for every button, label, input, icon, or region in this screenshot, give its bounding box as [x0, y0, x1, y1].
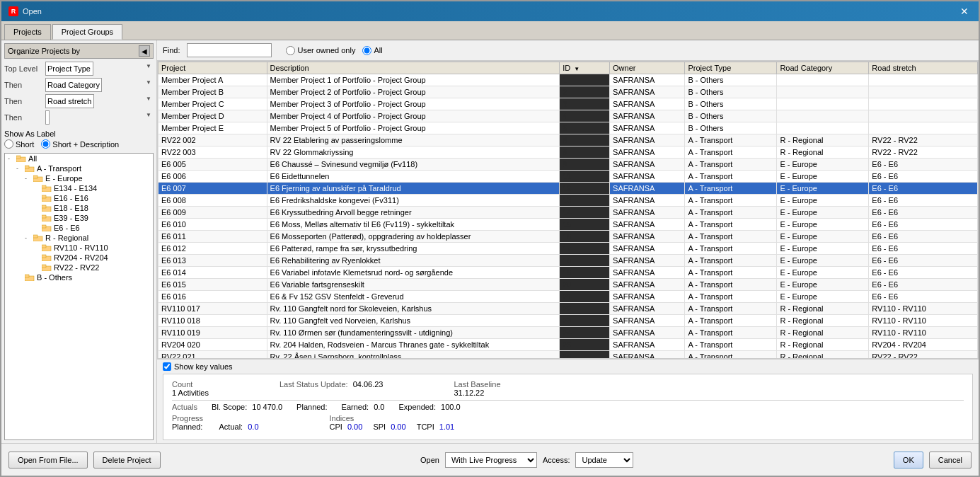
level-then3-select[interactable] — [45, 110, 50, 125]
folder-icon-transport — [25, 165, 35, 172]
tree-item-regional[interactable]: - R - Regional — [5, 233, 153, 243]
table-row[interactable]: Member Project DMember Project 4 of Port… — [158, 110, 978, 122]
ok-button[interactable]: OK — [894, 452, 923, 469]
col-header-projtype[interactable]: Project Type — [685, 62, 777, 74]
cell-road_category — [777, 98, 869, 110]
tree-label-e18: E18 - E18 — [54, 204, 88, 212]
col-header-description[interactable]: Description — [267, 62, 560, 74]
col-header-project[interactable]: Project — [158, 62, 267, 74]
table-row[interactable]: E6 009E6 Kryssutbedring Arvoll begge ret… — [158, 207, 978, 219]
cell-project: RV22 021 — [158, 351, 267, 360]
tree-item-others[interactable]: B - Others — [5, 272, 153, 282]
table-row[interactable]: E6 013E6 Rehabilitering av Ryenlokket18S… — [158, 255, 978, 267]
tree-item-e16[interactable]: E16 - E16 — [5, 193, 153, 203]
cell-project: RV22 002 — [158, 134, 267, 146]
radio-user-owned[interactable] — [286, 46, 295, 55]
tree-item-e134[interactable]: E134 - E134 — [5, 183, 153, 193]
tree-item-e18[interactable]: E18 - E18 — [5, 203, 153, 213]
cell-description: E6 Moss, Melløs alternativ til E6 (Fv119… — [267, 219, 560, 231]
radio-short-desc[interactable] — [41, 139, 50, 149]
table-row[interactable]: Member Project AMember Project 1 of Port… — [158, 74, 978, 86]
tree-item-rv204[interactable]: RV204 - RV204 — [5, 253, 153, 263]
tree-label-transport: A - Transport — [37, 164, 81, 173]
level-then1-select[interactable]: Road Category — [45, 78, 102, 92]
tab-projects[interactable]: Projects — [4, 24, 51, 40]
spi-value: 0.00 — [391, 423, 405, 431]
tree-item-transport[interactable]: - A - Transport — [5, 163, 153, 173]
table-row[interactable]: Member Project EMember Project 5 of Port… — [158, 122, 978, 134]
projects-table-container[interactable]: Project Description ID ▼ Owner — [157, 61, 979, 359]
table-row[interactable]: E6 014E6 Variabel infotavle Klemetsrud n… — [158, 267, 978, 279]
cell-id: 14 — [560, 207, 610, 219]
table-row[interactable]: RV22 002RV 22 Etablering av passeringslo… — [158, 134, 978, 146]
cell-project_type: A - Transport — [685, 231, 777, 243]
open-mode-select[interactable]: With Live Progress Read Only Baseline On… — [445, 452, 537, 468]
radio-all-label[interactable]: All — [362, 46, 382, 55]
delete-project-button[interactable]: Delete Project — [93, 452, 161, 469]
tree-item-rv110[interactable]: RV110 - RV110 — [5, 243, 153, 253]
level-top-select[interactable]: Project Type — [45, 62, 93, 76]
col-header-roadstretch[interactable]: Road stretch — [869, 62, 978, 74]
col-header-id[interactable]: ID ▼ — [560, 62, 610, 74]
radio-short-desc-label[interactable]: Short + Description — [41, 139, 119, 149]
radio-user-owned-text: User owned only — [297, 46, 355, 54]
cell-road_category: R - Regional — [777, 146, 869, 159]
cell-road_stretch: E6 - E6 — [869, 171, 978, 183]
table-row[interactable]: E6 007E6 Fjerning av alunskifer på Taral… — [158, 183, 978, 195]
tree-item-europe[interactable]: - E - Europe — [5, 173, 153, 183]
table-row[interactable]: RV110 019Rv. 110 Ørmen sør (fundamenteri… — [158, 327, 978, 339]
cell-project_type: A - Transport — [685, 195, 777, 207]
tab-project-groups[interactable]: Project Groups — [52, 24, 122, 40]
table-row[interactable]: RV110 018Rv. 110 Gangfelt ved Norveien, … — [158, 315, 978, 327]
radio-all[interactable] — [362, 46, 371, 55]
radio-short[interactable] — [4, 139, 13, 149]
table-row[interactable]: Member Project BMember Project 2 of Port… — [158, 86, 978, 98]
cpi-value: 0.00 — [347, 423, 362, 431]
table-row[interactable]: E6 012E6 Patterød, rampe fra sør, kryssu… — [158, 243, 978, 255]
radio-short-label[interactable]: Short — [4, 139, 34, 149]
show-key-checkbox[interactable] — [163, 362, 171, 371]
table-row[interactable]: E6 015E6 Variable fartsgrenseskilt20SAFR… — [158, 279, 978, 291]
cell-id: 26 — [560, 351, 610, 360]
cell-owner: SAFRANSA — [610, 219, 685, 231]
close-button[interactable]: ✕ — [957, 3, 972, 20]
cell-description: Member Project 2 of Portfolio - Project … — [267, 86, 560, 98]
tree-item-e39[interactable]: E39 - E39 — [5, 213, 153, 223]
last-status-label: Last Status Update: — [279, 380, 348, 389]
table-row[interactable]: RV204 020Rv. 204 Halden, Rodsveien - Mar… — [158, 339, 978, 351]
organize-label: Organize Projects by — [8, 47, 80, 55]
cell-project: Member Project C — [158, 98, 267, 110]
table-row[interactable]: E6 011E6 Mosseporten (Patterød), oppgrad… — [158, 231, 978, 243]
cell-project_type: A - Transport — [685, 243, 777, 255]
organize-toggle-button[interactable]: ◀ — [139, 45, 150, 57]
cancel-button[interactable]: Cancel — [929, 452, 972, 469]
tree-item-rv22[interactable]: RV22 - RV22 — [5, 263, 153, 272]
level-then2-select[interactable]: Road stretch — [45, 94, 94, 108]
open-from-file-button[interactable]: Open From File... — [8, 452, 88, 469]
table-row[interactable]: E6 008E6 Fredrikshaldske kongevei (Fv311… — [158, 195, 978, 207]
tree-item-all[interactable]: - All — [5, 154, 153, 163]
table-row[interactable]: E6 005E6 Chaussé – Svinesund vegmiljø (F… — [158, 159, 978, 171]
radio-user-owned-label[interactable]: User owned only — [286, 46, 355, 55]
earned-value: 0.0 — [374, 403, 384, 411]
table-row[interactable]: RV110 017Rv. 110 Gangfelt nord for Skole… — [158, 303, 978, 315]
tree-label-regional: R - Regional — [45, 234, 88, 242]
table-row[interactable]: RV22 003RV 22 Glommakriyssing8SAFRANSAA … — [158, 146, 978, 159]
col-header-roadcat[interactable]: Road Category — [777, 62, 869, 74]
access-select[interactable]: Update Read Only — [575, 452, 633, 468]
cell-id: 19 — [560, 267, 610, 279]
table-row[interactable]: E6 010E6 Moss, Melløs alternativ til E6 … — [158, 219, 978, 231]
table-row[interactable]: Member Project CMember Project 3 of Port… — [158, 98, 978, 110]
find-input[interactable] — [187, 43, 272, 57]
tree-item-e6[interactable]: E6 - E6 — [5, 223, 153, 233]
cell-description: E6 Eidettunnelen — [267, 171, 560, 183]
bottom-section: Show key values Count 1 Activities Last … — [157, 359, 979, 443]
cell-project_type: A - Transport — [685, 327, 777, 339]
table-row[interactable]: E6 016E6 & Fv 152 GSV Stenfeldt - Grever… — [158, 291, 978, 303]
table-row[interactable]: RV22 021Rv. 22 Åsen i Sarpsborg, kontrol… — [158, 351, 978, 360]
col-header-owner[interactable]: Owner — [610, 62, 685, 74]
cell-project: RV110 019 — [158, 327, 267, 339]
stats-top-row: Count 1 Activities Last Status Update: 0… — [172, 380, 964, 397]
progress-section: Progress Planned: Actual: 0.0 — [172, 414, 259, 431]
table-row[interactable]: E6 006E6 Eidettunnelen11SAFRANSAA - Tran… — [158, 171, 978, 183]
